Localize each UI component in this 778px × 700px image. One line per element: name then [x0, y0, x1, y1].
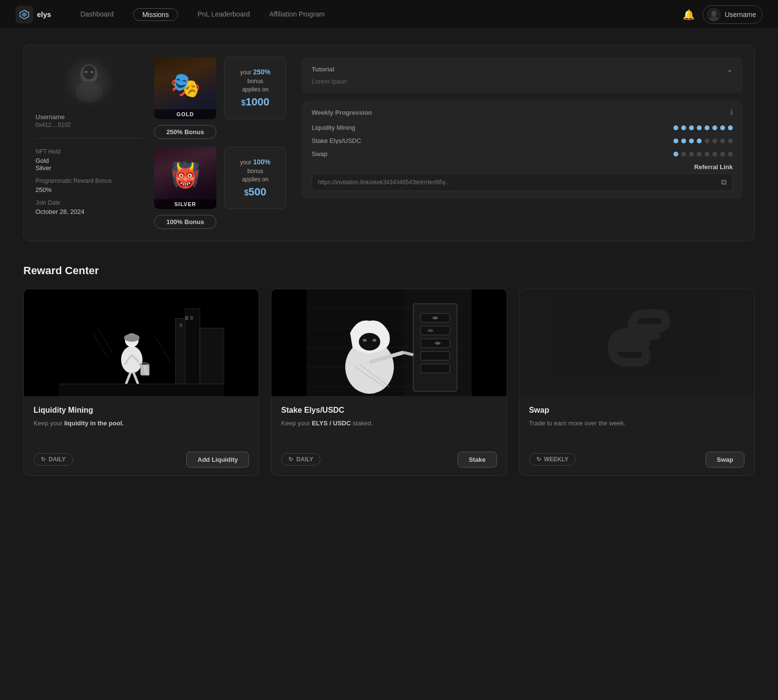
tutorial-box: Tutorial ⌄ Lorem Ipsun — [302, 57, 743, 93]
svg-point-19 — [121, 346, 142, 373]
liquidity-badge-button[interactable]: ↻ DAILY — [34, 453, 73, 466]
gold-bonus-button[interactable]: 250% Bonus — [154, 125, 216, 139]
swap-card-desc: Trade to earn more over the week. — [529, 419, 744, 428]
liquidity-card-title: Liquidity Mining — [34, 406, 249, 415]
dot-sw-7 — [720, 152, 725, 157]
dot-sw-3 — [689, 152, 694, 157]
logo-text: elys — [37, 10, 51, 18]
liquidity-label: Liquidity Mining — [312, 124, 385, 131]
swap-card-title: Swap — [529, 406, 744, 415]
gold-bonus-amount: $1000 — [241, 96, 269, 108]
swap-card-body: Swap Trade to earn more over the week. — [519, 396, 754, 446]
svg-rect-47 — [421, 351, 450, 360]
dot-lm-8 — [728, 125, 733, 130]
silver-bonus-amount: $500 — [244, 186, 266, 198]
logo[interactable]: elys — [16, 6, 51, 23]
svg-point-3 — [711, 11, 716, 17]
silver-bonus-button[interactable]: 100% Bonus — [154, 215, 216, 229]
avatar — [707, 8, 721, 21]
silver-column: SILVER 100% Bonus — [154, 147, 216, 229]
stake-card-body: Stake Elys/USDC Keep your ELYS / USDC st… — [271, 396, 506, 446]
svg-point-55 — [372, 339, 376, 342]
nft-columns: GOLD 250% Bonus your 250% bonusapplies o… — [154, 57, 290, 139]
svg-point-21 — [124, 334, 140, 342]
dot-lm-7 — [720, 125, 725, 130]
profile-middle: GOLD 250% Bonus your 250% bonusapplies o… — [154, 57, 290, 229]
liquidity-dots — [673, 125, 733, 130]
dot-sw-4 — [697, 152, 702, 157]
dot-lm-4 — [697, 125, 702, 130]
nav-missions[interactable]: Missions — [133, 8, 178, 21]
svg-point-51 — [435, 342, 441, 345]
dot-sw-2 — [681, 152, 686, 157]
stake-badge-button[interactable]: ↻ DAILY — [281, 453, 320, 466]
svg-rect-11 — [65, 57, 113, 105]
profile-address: 0x412....5102 — [35, 122, 142, 128]
swap-badge-label: WEEKLY — [544, 456, 568, 463]
stake-desc-bold: ELYS / USDC — [312, 420, 351, 427]
weekly-row-swap: Swap — [312, 150, 733, 158]
silver-bonus-col: your 100% bonusapplies on $500 — [224, 147, 286, 229]
liquidity-card-desc: Keep your liquidity in the pool. — [34, 419, 249, 428]
reward-card-stake: Stake Elys/USDC Keep your ELYS / USDC st… — [271, 289, 507, 476]
swap-button[interactable]: Swap — [706, 452, 744, 468]
liquidity-card-image — [24, 289, 259, 396]
liquidity-card-footer: ↻ DAILY Add Liquidity — [24, 446, 259, 475]
dot-lm-3 — [689, 125, 694, 130]
username-label: Username — [725, 11, 756, 18]
weekly-info-icon[interactable]: ℹ — [730, 108, 733, 116]
liquidity-desc-bold: liquidity in the pool. — [64, 420, 124, 427]
silver-nft-card: SILVER — [154, 147, 216, 209]
svg-rect-48 — [421, 364, 450, 373]
swap-label: Swap — [312, 150, 385, 158]
reward-grid: Liquidity Mining Keep your liquidity in … — [23, 289, 755, 476]
referral-url: https://invitation.link/ekek3434346543te… — [318, 179, 717, 186]
dot-s-4 — [697, 139, 702, 143]
dot-s-6 — [712, 139, 717, 143]
referral-section: Referral Link https://invitation.link/ek… — [312, 163, 733, 191]
nav-pnl[interactable]: PnL Leaderboard — [197, 8, 250, 21]
stake-button[interactable]: Stake — [458, 452, 497, 468]
liquidity-badge-label: DAILY — [49, 456, 66, 463]
dot-sw-1 — [673, 152, 678, 157]
dot-s-3 — [689, 139, 694, 143]
referral-label: Referral Link — [312, 163, 733, 171]
profile-divider — [35, 138, 142, 139]
swap-card-footer: ↻ WEEKLY Swap — [519, 446, 754, 475]
copy-icon[interactable]: ⧉ — [721, 178, 726, 187]
gold-bonus-col: your 250% bonusapplies on $1000 — [224, 57, 286, 139]
tutorial-body: Lorem Ipsun — [312, 78, 733, 85]
bell-icon[interactable]: 🔔 — [683, 9, 695, 20]
gold-bonus-text: your 250% bonusapplies on — [240, 68, 271, 93]
reward-center-title: Reward Center — [23, 264, 755, 277]
dot-s-2 — [681, 139, 686, 143]
svg-point-54 — [363, 339, 367, 342]
reward-center: Reward Center — [23, 264, 755, 476]
dot-lm-5 — [705, 125, 709, 130]
stake-card-desc: Keep your ELYS / USDC staked. — [281, 419, 496, 428]
reward-card-liquidity: Liquidity Mining Keep your liquidity in … — [23, 289, 259, 476]
gold-column: GOLD 250% Bonus — [154, 57, 216, 139]
silver-bonus-tile: your 100% bonusapplies on $500 — [224, 147, 286, 209]
add-liquidity-button[interactable]: Add Liquidity — [186, 452, 249, 468]
tutorial-chevron-icon[interactable]: ⌄ — [726, 65, 733, 74]
stake-refresh-icon: ↻ — [288, 456, 293, 463]
main-content: Username 0x412....5102 NFT Hold Gold Sil… — [0, 29, 778, 491]
dot-s-8 — [728, 139, 733, 143]
gold-bonus-highlight: 250% — [253, 68, 270, 76]
join-date-value: October 28, 2024 — [35, 208, 142, 215]
stake-card-footer: ↻ DAILY Stake — [271, 446, 506, 475]
user-menu[interactable]: Username — [703, 5, 762, 24]
nav-affiliation[interactable]: Affiliation Program — [269, 8, 325, 21]
swap-badge-button[interactable]: ↻ WEEKLY — [529, 453, 576, 466]
silver-bonus-highlight: 100% — [253, 158, 270, 166]
nav-right: 🔔 Username — [683, 5, 762, 24]
profile-username: Username — [35, 113, 142, 121]
nav-dashboard[interactable]: Dashboard — [80, 8, 114, 21]
gold-amount-value: 1000 — [246, 96, 269, 108]
svg-rect-16 — [179, 323, 182, 327]
weekly-title: Weekly Progression — [312, 109, 372, 116]
nft-hold-label: NFT Hold — [35, 148, 142, 155]
profile-section: Username 0x412....5102 NFT Hold Gold Sil… — [23, 45, 755, 241]
dot-sw-6 — [712, 152, 717, 157]
